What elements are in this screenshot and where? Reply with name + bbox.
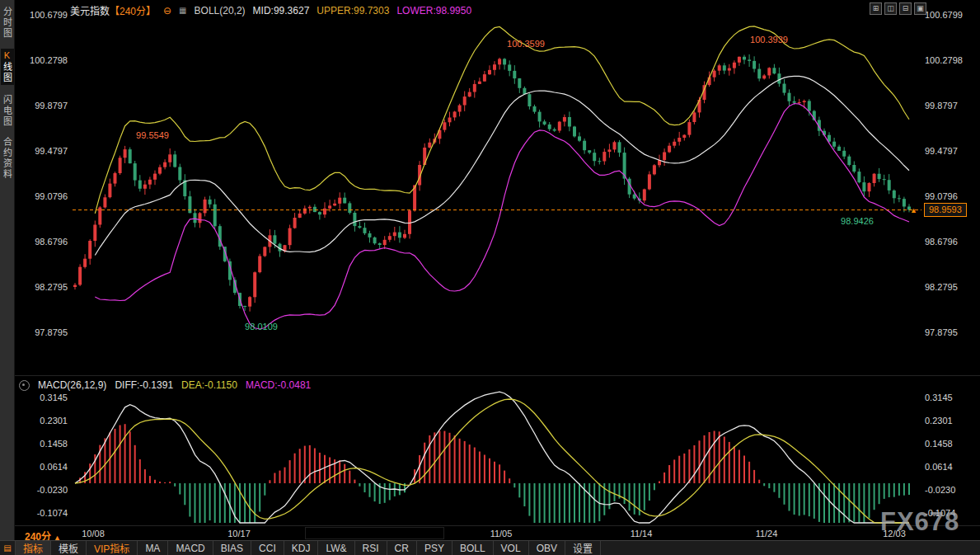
boll-label: BOLL(20,2)	[195, 5, 246, 16]
maximize-icon[interactable]: ▣	[914, 2, 926, 15]
toolbar-tab-obv[interactable]: OBV	[529, 541, 565, 555]
left-sidebar: 分时图K线图闪电图合约资料	[0, 0, 15, 540]
trading-app: 100.6799100.6799100.2798100.279899.87979…	[0, 0, 980, 555]
boll-chart-icon: ▦	[179, 6, 186, 15]
sidebar-item-2[interactable]: K线图	[1, 49, 14, 85]
toolbar-tab-settings[interactable]: 设置	[565, 541, 601, 555]
toolbar-tab-vip-indicator[interactable]: VIP指标	[87, 541, 138, 555]
macd-label: MACD(26,12,9)	[38, 379, 106, 391]
instrument-group: 美元指数 【240分】	[70, 3, 156, 17]
macd-macd-value: MACD:-0.0481	[246, 379, 311, 391]
indicator-settings-icon[interactable]	[19, 380, 30, 391]
grid-layout-icon[interactable]: ⊞	[870, 2, 882, 15]
toolbar-tab-lwr[interactable]: LW&	[318, 541, 354, 555]
split-window-icon[interactable]: ◫	[884, 2, 897, 15]
toolbar-tab-kdj[interactable]: KDJ	[284, 541, 319, 555]
bottom-toolbar-tabs: 指标模板VIP指标MAMACDBIASCCIKDJLW&RSICRPSYBOLL…	[16, 541, 601, 555]
instrument-title: 美元指数	[70, 3, 110, 17]
watermark: FX678	[880, 507, 959, 537]
boll-lower-value: LOWER:98.9950	[396, 5, 471, 16]
current-price-tag: 98.9593	[924, 203, 967, 217]
toolbar-tab-indicator[interactable]: 指标	[16, 541, 51, 555]
boll-upper-value: UPPER:99.7303	[317, 5, 389, 16]
toolbar-tab-cci[interactable]: CCI	[251, 541, 284, 555]
macd-dea-value: DEA:-0.1150	[181, 379, 237, 391]
chart-header: 美元指数 【240分】 ⊖ ▦ BOLL(20,2) MID:99.3627 U…	[70, 3, 471, 17]
toolbar-tab-ma[interactable]: MA	[138, 541, 168, 555]
chart-canvas[interactable]	[0, 0, 980, 540]
indicator-menu-icon[interactable]: ▤	[0, 541, 16, 555]
timeline-scrollbar[interactable]	[305, 527, 444, 539]
toolbar-tab-cr[interactable]: CR	[387, 541, 417, 555]
price-up-arrow-icon: ▲	[910, 206, 917, 214]
toolbar-tab-boll[interactable]: BOLL	[452, 541, 494, 555]
toolbar-tab-rsi[interactable]: RSI	[355, 541, 387, 555]
boll-mid-value: MID:99.3627	[253, 5, 310, 16]
minimize-icon[interactable]: ⊟	[899, 2, 912, 15]
sidebar-item-1[interactable]: 分时图	[1, 7, 14, 39]
toolbar-tab-bias[interactable]: BIAS	[213, 541, 251, 555]
sidebar-item-3[interactable]: 闪电图	[1, 95, 14, 127]
bottom-toolbar: ▤ 指标模板VIP指标MAMACDBIASCCIKDJLW&RSICRPSYBO…	[0, 540, 980, 555]
toolbar-tab-vol[interactable]: VOL	[494, 541, 529, 555]
macd-diff-value: DIFF:-0.1391	[115, 379, 173, 391]
sidebar-item-4[interactable]: 合约资料	[1, 137, 14, 180]
macd-header: MACD(26,12,9) DIFF:-0.1391 DEA:-0.1150 M…	[19, 379, 311, 391]
toolbar-tab-psy[interactable]: PSY	[417, 541, 452, 555]
window-controls: ⊞◫⊟▣	[870, 2, 926, 15]
collapse-icon[interactable]: ⊖	[163, 5, 171, 16]
toolbar-tab-macd[interactable]: MACD	[168, 541, 213, 555]
toolbar-tab-template[interactable]: 模板	[51, 541, 87, 555]
period-label[interactable]: 【240分】	[110, 3, 156, 17]
